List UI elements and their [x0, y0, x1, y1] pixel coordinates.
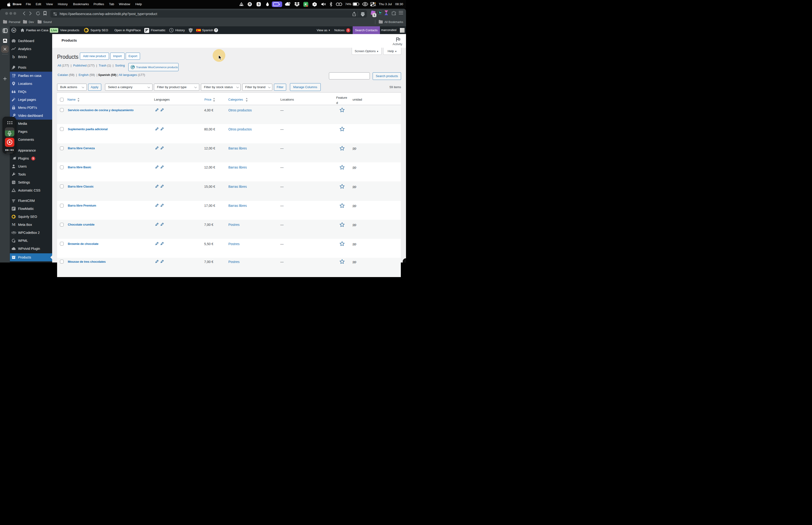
- svg-text:W: W: [12, 28, 16, 32]
